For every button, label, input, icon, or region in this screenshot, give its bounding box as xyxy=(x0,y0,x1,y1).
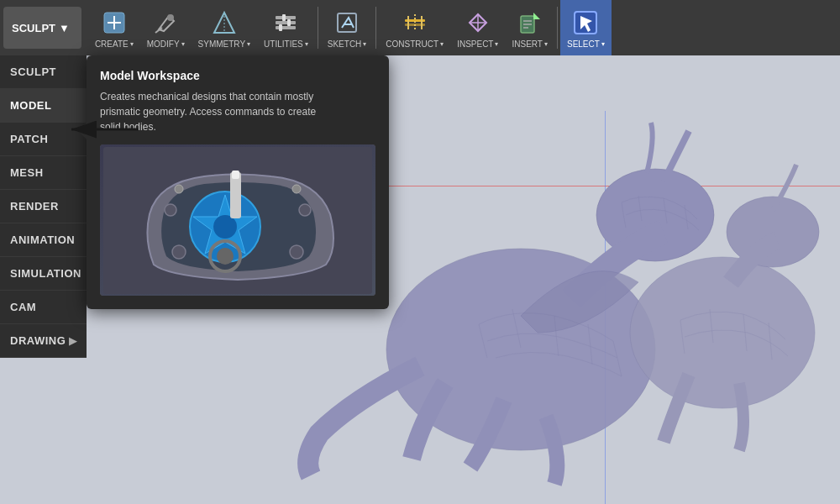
svg-point-45 xyxy=(175,185,183,193)
symmetry-icon xyxy=(211,8,238,38)
divider-1 xyxy=(318,7,318,49)
sidebar-item-patch-label: PATCH xyxy=(10,133,48,145)
mech-preview xyxy=(100,144,375,296)
svg-rect-13 xyxy=(338,13,356,32)
sidebar-item-simulation[interactable]: SIMULATION xyxy=(0,257,87,291)
drawing-arrow-icon: ▶ xyxy=(69,335,77,347)
modify-label: MODIFY▾ xyxy=(147,39,185,49)
svg-point-46 xyxy=(292,185,301,193)
svg-point-40 xyxy=(290,245,303,259)
inspect-label: INSPECT▾ xyxy=(457,39,498,49)
divider-2 xyxy=(375,7,376,49)
toolbar: SCULPT ▼ CREATE▾ MODIFY▾ xyxy=(0,0,840,55)
construct-label: CONSTRUCT▾ xyxy=(386,39,444,49)
svg-rect-8 xyxy=(276,21,296,24)
toolbar-group-construct[interactable]: CONSTRUCT▾ xyxy=(379,0,450,55)
sidebar-item-cam[interactable]: CAM xyxy=(0,291,87,324)
svg-rect-38 xyxy=(232,171,239,179)
toolbar-group-create[interactable]: CREATE▾ xyxy=(88,0,140,55)
tooltip-image xyxy=(100,144,375,296)
sidebar-item-render[interactable]: RENDER xyxy=(0,190,87,223)
model-selection-arrow xyxy=(67,118,143,144)
sidebar-item-mesh-label: MESH xyxy=(10,166,44,179)
workspace-dropdown-arrow: ▼ xyxy=(59,22,70,34)
toolbar-group-select[interactable]: SELECT▾ xyxy=(560,0,612,55)
sidebar: SCULPT MODEL PATCH MESH RENDER ANIMATION… xyxy=(0,55,87,358)
construct-icon xyxy=(402,8,428,38)
svg-point-3 xyxy=(167,14,174,21)
insert-icon xyxy=(517,8,543,38)
svg-point-41 xyxy=(299,204,311,216)
toolbar-group-symmetry[interactable]: SYMMETRY▾ xyxy=(192,0,258,55)
sketch-icon xyxy=(333,8,360,38)
svg-point-44 xyxy=(217,248,234,265)
inspect-icon xyxy=(465,8,491,38)
toolbar-group-insert[interactable]: INSERT▾ xyxy=(505,0,554,55)
sidebar-item-mesh[interactable]: MESH xyxy=(0,156,87,190)
workspace-selector[interactable]: SCULPT ▼ xyxy=(3,7,81,49)
divider-3 xyxy=(557,7,558,49)
svg-rect-37 xyxy=(230,172,241,218)
select-label: SELECT▾ xyxy=(567,39,605,49)
sidebar-item-model-label: MODEL xyxy=(10,99,51,112)
select-icon xyxy=(572,8,599,38)
sidebar-item-drawing[interactable]: DRAWING ▶ xyxy=(0,324,87,358)
sidebar-item-simulation-label: SIMULATION xyxy=(10,267,81,280)
sidebar-item-cam-label: CAM xyxy=(10,301,36,313)
sidebar-item-animation[interactable]: ANIMATION xyxy=(0,223,87,257)
utilities-icon xyxy=(272,8,299,38)
svg-point-39 xyxy=(172,245,186,259)
sidebar-item-sculpt-label: SCULPT xyxy=(10,66,56,78)
sketch-label: SKETCH▾ xyxy=(328,39,367,49)
toolbar-group-modify[interactable]: MODIFY▾ xyxy=(140,0,192,55)
sidebar-item-drawing-label: DRAWING xyxy=(10,334,66,347)
create-label: CREATE▾ xyxy=(95,39,134,49)
utilities-label: UTILITIES▾ xyxy=(264,39,308,49)
svg-rect-11 xyxy=(287,19,291,26)
tooltip-popup: Model Workspace Creates mechanical desig… xyxy=(87,55,389,309)
tooltip-title: Model Workspace xyxy=(100,69,375,82)
sidebar-item-render-label: RENDER xyxy=(10,200,59,213)
toolbar-group-inspect[interactable]: INSPECT▾ xyxy=(450,0,505,55)
svg-point-42 xyxy=(165,204,176,216)
sidebar-item-animation-label: ANIMATION xyxy=(10,234,75,246)
insert-label: INSERT▾ xyxy=(512,39,548,49)
svg-marker-23 xyxy=(533,13,540,19)
svg-point-32 xyxy=(630,257,815,408)
svg-rect-9 xyxy=(276,26,296,29)
modify-icon xyxy=(152,8,179,38)
svg-point-36 xyxy=(213,215,237,239)
sidebar-item-sculpt[interactable]: SCULPT xyxy=(0,55,87,89)
svg-rect-10 xyxy=(282,14,286,21)
mech-svg xyxy=(103,147,372,294)
arrow-svg xyxy=(67,118,143,141)
toolbar-group-utilities[interactable]: UTILITIES▾ xyxy=(257,0,315,55)
create-icon xyxy=(101,8,128,38)
workspace-label: SCULPT xyxy=(12,22,55,34)
symmetry-label: SYMMETRY▾ xyxy=(198,39,251,49)
svg-rect-12 xyxy=(279,24,282,31)
toolbar-group-sketch[interactable]: SKETCH▾ xyxy=(321,0,374,55)
